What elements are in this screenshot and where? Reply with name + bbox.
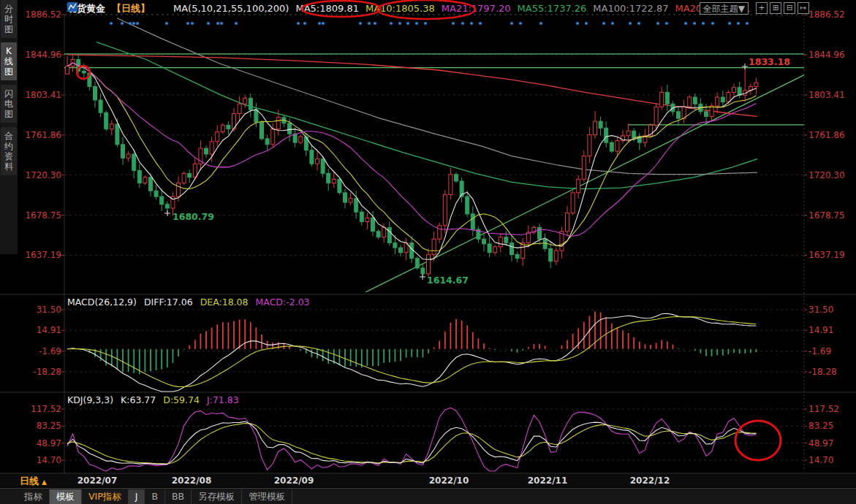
month-label: 2022/11 xyxy=(522,476,573,486)
price-axis-label: 1720.30 xyxy=(22,170,61,180)
scale-left-axis-icon[interactable]: ⊞ xyxy=(770,2,781,14)
chart-logo-icon xyxy=(156,4,167,13)
trading-terminal: 1680.791614.671833.18 分时图K线图闪电图合约资料 现货黄金… xyxy=(0,0,856,504)
kdj-k-value: K:63.77 xyxy=(121,394,156,405)
month-label: 2022/09 xyxy=(268,476,319,486)
price-axis-label: 1844.96 xyxy=(808,50,845,60)
price-axis-label: 14.70 xyxy=(22,455,61,465)
sidebar-item-2[interactable]: K线图 xyxy=(1,42,17,80)
price-axis-label: 31.50 xyxy=(808,305,833,315)
month-label: 2022/08 xyxy=(166,476,217,486)
price-axis-label: 14.91 xyxy=(22,325,61,335)
price-axis-label: 1886.52 xyxy=(22,9,61,20)
macd-diff-value: DIFF:17.06 xyxy=(144,297,193,308)
macd-title: MACD(26,12,9) xyxy=(67,297,137,308)
period-selector[interactable]: 日线▲ xyxy=(20,475,47,488)
price-axis-label: 1803.41 xyxy=(808,90,845,100)
ma-settings-label: MA(5,10,21,55,100,200) xyxy=(173,3,289,14)
macd-value: MACD:-2.03 xyxy=(256,297,310,308)
tab-3[interactable]: VIP指标 xyxy=(82,489,129,504)
sidebar-item-4[interactable]: 合约资料 xyxy=(1,127,17,175)
ma-value-5: MA100:1722.87 xyxy=(593,3,668,14)
scale-right-axis-icon[interactable]: ⊟ xyxy=(784,2,795,14)
ma-values: MA5:1809.81MA10:1805.38MA21:1797.20MA55:… xyxy=(295,3,757,14)
price-axis-label: 117.52 xyxy=(808,404,839,414)
arrow-up-icon: ▲ xyxy=(42,478,47,486)
price-axis-label: -1.69 xyxy=(22,346,61,356)
crosshair-icon[interactable]: + xyxy=(756,2,768,14)
kdj-j-value: J:71.83 xyxy=(207,394,239,405)
price-axis-label: 1637.19 xyxy=(808,250,845,260)
price-axis-label: 117.52 xyxy=(22,404,61,414)
price-axis-label: 14.91 xyxy=(808,325,833,335)
price-axis-label: 1844.96 xyxy=(22,50,61,60)
ma-value-2: MA10:1805.38 xyxy=(365,3,435,14)
price-axis-label: 1886.52 xyxy=(808,9,845,20)
price-axis-label: -18.28 xyxy=(22,367,61,377)
tab-6[interactable]: BB xyxy=(165,489,192,504)
period-label: 日线 xyxy=(20,476,39,486)
month-label: 2022/10 xyxy=(423,476,474,486)
macd-header: MACD(26,12,9)DIFF:17.06DEA:18.08MACD:-2.… xyxy=(67,297,310,308)
period-tag: 【日线】 xyxy=(112,3,150,14)
kdj-header: KDJ(9,3,3)K:63.77D:59.74J:71.83 xyxy=(67,394,239,405)
month-label: 2022/07 xyxy=(72,476,123,486)
price-axis-label: 1637.19 xyxy=(22,250,61,260)
price-axis-label: 48.97 xyxy=(808,438,833,448)
tab-1[interactable]: 指标 xyxy=(18,489,50,504)
price-axis-label: 1678.75 xyxy=(22,210,61,221)
tab-4[interactable]: J xyxy=(129,489,145,504)
sidebar-item-1[interactable]: 分时图 xyxy=(1,0,17,38)
price-axis-label: -18.28 xyxy=(808,367,837,377)
price-axis-label: 14.70 xyxy=(808,455,833,465)
header-controls: 全部主题▼+⊞⊟↦ xyxy=(700,2,809,16)
price-axis-label: -1.69 xyxy=(808,346,831,356)
kdj-d-value: D:59.74 xyxy=(163,394,200,405)
tab-7[interactable]: 另存模板 xyxy=(192,489,242,504)
bottom-tab-bar: 指标模板VIP指标JBBB另存模板管理模板 xyxy=(0,488,856,504)
tab-8[interactable]: 管理模板 xyxy=(242,489,292,504)
price-axis-label: 83.25 xyxy=(808,421,833,431)
price-axis-label: 1678.75 xyxy=(808,210,845,221)
tab-2[interactable]: 模板 xyxy=(50,489,82,504)
macd-dea-value: DEA:18.08 xyxy=(200,297,249,308)
chart-header: 现货黄金【日线】MA(5,10,21,55,100,200)MA5:1809.8… xyxy=(67,2,763,15)
price-axis-label: 1761.86 xyxy=(808,130,845,140)
popout-icon[interactable]: ↦ xyxy=(798,2,809,14)
ma-value-4: MA55:1737.26 xyxy=(518,3,587,14)
price-axis-label: 83.25 xyxy=(22,421,61,431)
tab-5[interactable]: B xyxy=(145,489,165,504)
sidebar: 分时图K线图闪电图合约资料 xyxy=(0,0,18,254)
month-label: 2022/12 xyxy=(624,476,675,486)
date-axis: 日线▲ 2022/072022/082022/092022/102022/112… xyxy=(0,474,856,487)
price-axis-label: 1803.41 xyxy=(22,90,61,100)
ma-value-1: MA5:1809.81 xyxy=(295,3,359,14)
ma-value-3: MA21:1797.20 xyxy=(442,3,511,14)
price-axis-label: 31.50 xyxy=(22,305,61,315)
price-axis-label: 1761.86 xyxy=(22,130,61,140)
price-axis-label: 1720.30 xyxy=(808,170,845,180)
kdj-title: KDJ(9,3,3) xyxy=(67,394,113,405)
theme-dropdown-button[interactable]: 全部主题▼ xyxy=(700,2,749,15)
price-axis-label: 48.97 xyxy=(22,438,61,448)
sidebar-item-3[interactable]: 闪电图 xyxy=(1,85,17,123)
